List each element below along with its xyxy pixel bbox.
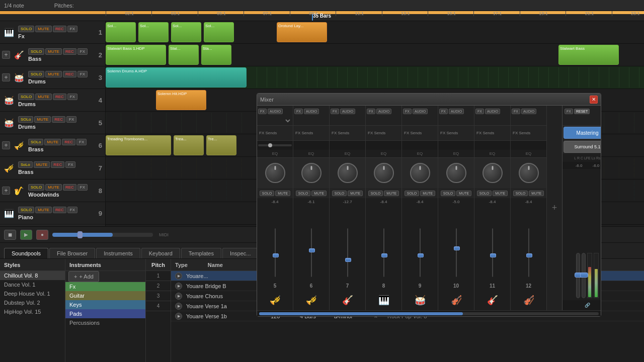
ch5-solo[interactable]: SOLO — [260, 191, 274, 196]
solo-btn-7[interactable]: SoLo — [18, 161, 33, 168]
clip-bass-3[interactable]: Sta... — [201, 45, 231, 65]
track-lane-2[interactable]: Stalwart Bass 1.HDP Stal... Sta... Stalw… — [106, 44, 644, 66]
master-preset-2[interactable]: Surround 5.1 — [564, 141, 601, 153]
ch5-knob[interactable] — [265, 163, 285, 183]
style-deep-house[interactable]: Deep House Vol. 1 — [0, 289, 65, 298]
ch11-fx[interactable]: FX — [475, 109, 484, 114]
fx-btn-6[interactable]: FX — [76, 139, 87, 145]
solo-btn-1[interactable]: SOLO — [18, 26, 34, 32]
instrument-pads[interactable]: Pads — [65, 309, 145, 318]
ch12-sends-slider[interactable] — [511, 141, 546, 150]
mute-btn-2[interactable]: MUTE — [45, 48, 62, 55]
clip-bass-4[interactable]: Stalwart Bass — [558, 45, 619, 65]
solo-btn-2[interactable]: SOLO — [28, 48, 44, 55]
fx-btn-1[interactable]: FX — [67, 26, 77, 32]
ch7-fx[interactable]: FX — [331, 109, 339, 114]
mixer-scrollbar[interactable] — [257, 310, 601, 316]
add-track-2[interactable]: + — [2, 51, 10, 59]
ch11-fader-area[interactable] — [474, 205, 510, 281]
ch7-knob[interactable] — [338, 163, 358, 183]
clip-drums-4[interactable]: Solemn Hit.HDP — [156, 90, 206, 110]
fx-btn-2[interactable]: FX — [77, 48, 88, 55]
ch7-audio[interactable]: AUDIO — [340, 109, 355, 114]
master-link-icon[interactable]: 🔗 — [585, 303, 590, 308]
ch10-mute[interactable]: MUTE — [456, 191, 471, 196]
record-btn[interactable]: ● — [36, 230, 48, 240]
ch7-fader-area[interactable] — [330, 205, 365, 281]
play-4[interactable]: ▶ — [175, 303, 182, 310]
tab-templates[interactable]: Templates — [181, 248, 221, 258]
ch8-audio[interactable]: AUDIO — [376, 109, 391, 114]
ch6-mute[interactable]: MUTE — [311, 191, 327, 196]
tab-inspector[interactable]: Inspec... — [222, 248, 259, 258]
fx-btn-9[interactable]: FX — [67, 207, 77, 213]
ch10-solo[interactable]: SOLO — [441, 191, 455, 196]
style-chillout[interactable]: Chillout Vol. 8 — [0, 271, 65, 280]
ch9-eq-label[interactable]: EQ — [402, 150, 438, 158]
ch7-solo[interactable]: SOLO — [332, 191, 347, 196]
solo-btn-4[interactable]: SOLO — [18, 94, 34, 100]
ch10-sends-slider[interactable] — [438, 141, 474, 150]
tab-file-browser[interactable]: File Browser — [49, 248, 95, 258]
progress-bar[interactable] — [52, 233, 153, 237]
ch12-mute[interactable]: MUTE — [529, 191, 544, 196]
clip-fx-5[interactable]: Orotund Lay... — [277, 22, 327, 42]
ch9-fader-area[interactable] — [402, 205, 438, 281]
ch10-dropdown[interactable] — [438, 117, 474, 126]
mixer-scroll-thumb[interactable] — [259, 312, 463, 315]
clip-brass-6-3[interactable]: Tre... — [206, 135, 236, 155]
fx-btn-5[interactable]: FX — [66, 116, 76, 123]
ch11-mute[interactable]: MUTE — [493, 191, 508, 196]
ch10-fader-area[interactable] — [438, 205, 474, 281]
rec-btn-1[interactable]: REC — [53, 26, 66, 32]
ch7-eq-label[interactable]: EQ — [330, 150, 365, 158]
fx-btn-4[interactable]: FX — [67, 94, 77, 100]
ch8-fader[interactable] — [381, 253, 387, 257]
ch12-dropdown[interactable] — [511, 117, 546, 126]
add-instrument-btn[interactable]: + + Add — [68, 271, 99, 282]
clip-fx-1[interactable]: Sol... — [106, 22, 136, 42]
clip-fx-4[interactable]: Sol... — [204, 22, 234, 42]
ch8-eq-label[interactable]: EQ — [366, 150, 401, 158]
ch5-sends-slider[interactable] — [257, 141, 293, 150]
rec-btn-4[interactable]: REC — [53, 94, 66, 100]
ch10-knob[interactable] — [446, 163, 466, 183]
instrument-percussions[interactable]: Percussions — [65, 318, 145, 327]
play-btn[interactable]: ▶ — [20, 230, 32, 240]
ch12-audio[interactable]: AUDIO — [521, 109, 536, 114]
ch9-dropdown[interactable] — [402, 117, 438, 126]
ch12-fader[interactable] — [526, 253, 532, 257]
master-fader-r[interactable] — [582, 253, 586, 298]
styles-list[interactable]: Chillout Vol. 8 Dance Vol. 1 Deep House … — [0, 271, 65, 362]
ch9-fader[interactable] — [418, 253, 424, 257]
master-dropdown[interactable] — [562, 117, 601, 126]
ch6-dropdown[interactable] — [293, 117, 329, 126]
clip-drums-3[interactable]: Solemn Drums A.HDP — [106, 67, 247, 87]
master-fader-l[interactable] — [576, 253, 580, 298]
ch8-mute[interactable]: MUTE — [384, 191, 399, 196]
ch5-fader-area[interactable] — [257, 205, 293, 281]
style-dubstep[interactable]: Dubstep Vol. 2 — [0, 298, 65, 307]
instruments-list[interactable]: Fx Guitar Keys Pads Percussions — [65, 282, 145, 362]
pitch-row-1[interactable]: 1 — [146, 271, 171, 281]
solo-btn-9[interactable]: SOLO — [18, 207, 34, 213]
ch8-solo[interactable]: SOLO — [368, 191, 383, 196]
master-reset[interactable]: RESET — [574, 109, 590, 114]
clip-bass-1[interactable]: Stalwart Bass 1.HDP — [106, 45, 166, 65]
pitch-row-3[interactable]: 3 — [146, 291, 171, 301]
ch9-fx[interactable]: FX — [403, 109, 412, 114]
mute-btn-5[interactable]: MUTE — [34, 116, 51, 123]
ch11-audio[interactable]: AUDIO — [485, 109, 500, 114]
play-3[interactable]: ▶ — [175, 293, 182, 300]
ch11-fader[interactable] — [490, 253, 496, 257]
solo-btn-6[interactable]: SOLo — [28, 139, 43, 145]
rec-btn-8[interactable]: REC — [63, 184, 76, 191]
ch5-eq-label[interactable]: EQ — [257, 150, 293, 158]
ch6-solo[interactable]: SOLO — [296, 191, 310, 196]
ch10-eq-label[interactable]: EQ — [438, 150, 474, 158]
ch8-fader-area[interactable] — [366, 205, 401, 281]
mute-btn-6[interactable]: MUTE — [44, 139, 61, 145]
rec-btn-9[interactable]: REC — [53, 207, 66, 213]
solo-btn-3[interactable]: SOLO — [28, 71, 44, 77]
ch9-solo[interactable]: SOLO — [405, 191, 419, 196]
